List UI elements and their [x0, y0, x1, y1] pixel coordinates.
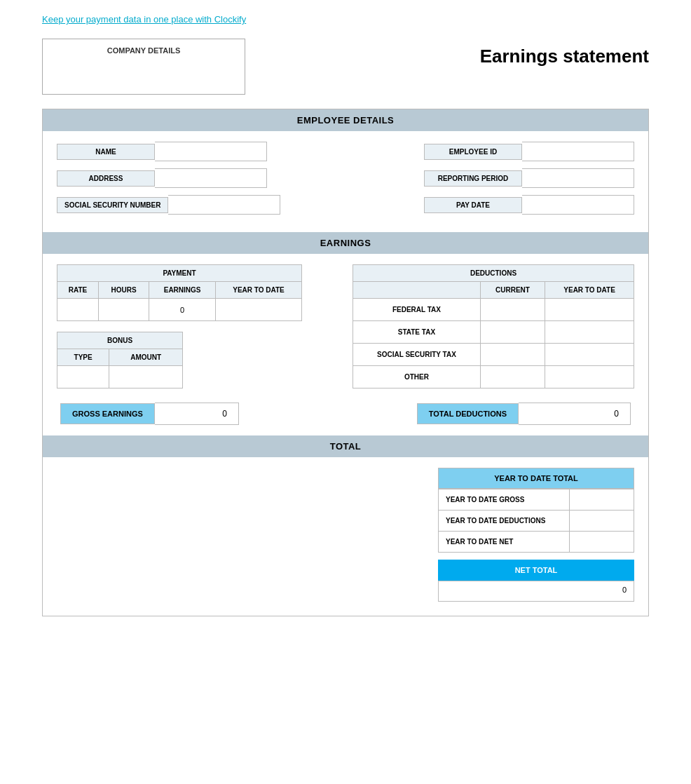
payment-table: PAYMENT RATE HOURS EARNINGS YEAR TO DATE [57, 264, 302, 321]
bonus-row [57, 366, 183, 388]
ssn-label: SOCIAL SECURITY NUMBER [57, 197, 168, 213]
deductions-col-label [353, 282, 481, 299]
payment-col-earnings: EARNINGS [149, 282, 216, 299]
ytd-container: YEAR TO DATE TOTAL YEAR TO DATE GROSS YE… [57, 468, 634, 602]
ssn-input[interactable] [168, 195, 280, 215]
deduction-row-state: STATE TAX [353, 321, 634, 344]
payment-col-ytd: YEAR TO DATE [216, 282, 302, 299]
main-container: EMPLOYEE DETAILS NAME EMPLOYEE ID ADDRES… [42, 109, 649, 616]
address-field-group: ADDRESS [57, 168, 267, 188]
pay-date-label: PAY DATE [424, 197, 522, 213]
clockify-link[interactable]: Keep your payment data in one place with… [42, 14, 246, 25]
ss-tax-current[interactable] [480, 344, 545, 366]
name-label: NAME [57, 144, 155, 160]
name-input[interactable] [155, 142, 267, 161]
company-label: COMPANY DETAILS [50, 46, 238, 55]
net-total-value[interactable]: 0 [438, 581, 634, 602]
deduction-row-ss: SOCIAL SECURITY TAX [353, 344, 634, 366]
earnings-section: PAYMENT RATE HOURS EARNINGS YEAR TO DATE [43, 254, 648, 435]
federal-tax-label: FEDERAL TAX [353, 299, 481, 321]
deductions-col-ytd: YEAR TO DATE [545, 282, 634, 299]
state-tax-ytd[interactable] [545, 321, 634, 344]
payment-col-rate: RATE [57, 282, 99, 299]
payment-earnings[interactable]: 0 [149, 299, 216, 321]
other-tax-current[interactable] [480, 366, 545, 388]
net-total-header: NET TOTAL [438, 560, 634, 581]
payment-header: PAYMENT [57, 265, 302, 282]
address-label: ADDRESS [57, 170, 155, 187]
company-box: COMPANY DETAILS [42, 39, 245, 95]
pay-date-field-group: PAY DATE [424, 195, 634, 215]
state-tax-current[interactable] [480, 321, 545, 344]
bonus-amount[interactable] [109, 366, 183, 388]
employee-section: NAME EMPLOYEE ID ADDRESS REPORTING PERIO… [43, 131, 648, 232]
ytd-table-wrapper: YEAR TO DATE TOTAL YEAR TO DATE GROSS YE… [438, 468, 634, 602]
total-section: YEAR TO DATE TOTAL YEAR TO DATE GROSS YE… [43, 457, 648, 616]
other-tax-label: OTHER [353, 366, 481, 388]
other-tax-ytd[interactable] [545, 366, 634, 388]
top-link-area: Keep your payment data in one place with… [0, 0, 691, 39]
employee-id-input[interactable] [522, 142, 634, 161]
bonus-col-amount: AMOUNT [109, 349, 183, 366]
deduction-row-other: OTHER [353, 366, 634, 388]
payment-ytd[interactable] [216, 299, 302, 321]
bonus-col-type: TYPE [57, 349, 109, 366]
reporting-period-label: REPORTING PERIOD [424, 170, 522, 187]
ytd-deductions-label: YEAR TO DATE DEDUCTIONS [439, 511, 570, 532]
ytd-gross-row: YEAR TO DATE GROSS [439, 489, 634, 511]
earnings-inner: PAYMENT RATE HOURS EARNINGS YEAR TO DATE [57, 264, 634, 388]
ytd-gross-value[interactable] [570, 489, 634, 511]
ytd-deductions-value[interactable] [570, 511, 634, 532]
reporting-period-input[interactable] [522, 168, 634, 188]
ss-tax-label: SOCIAL SECURITY TAX [353, 344, 481, 366]
bonus-table: BONUS TYPE AMOUNT [57, 332, 183, 388]
gross-earnings-box: GROSS EARNINGS 0 [60, 403, 239, 425]
address-input[interactable] [155, 168, 267, 188]
ytd-deductions-row: YEAR TO DATE DEDUCTIONS [439, 511, 634, 532]
payment-row: 0 [57, 299, 302, 321]
ytd-header: YEAR TO DATE TOTAL [438, 468, 634, 489]
name-field-group: NAME [57, 142, 267, 161]
federal-tax-current[interactable] [480, 299, 545, 321]
pay-date-input[interactable] [522, 195, 634, 215]
fields-row-3: SOCIAL SECURITY NUMBER PAY DATE [57, 195, 634, 215]
payment-col-hours: HOURS [99, 282, 149, 299]
deductions-table: DEDUCTIONS CURRENT YEAR TO DATE FEDERAL … [353, 264, 634, 388]
total-deductions-box: TOTAL DEDUCTIONS 0 [417, 403, 631, 425]
deductions-area: DEDUCTIONS CURRENT YEAR TO DATE FEDERAL … [353, 264, 634, 388]
federal-tax-ytd[interactable] [545, 299, 634, 321]
total-section-header: TOTAL [43, 435, 648, 457]
gross-earnings-value[interactable]: 0 [155, 403, 239, 425]
employee-details-header: EMPLOYEE DETAILS [43, 109, 648, 131]
totals-row: GROSS EARNINGS 0 TOTAL DEDUCTIONS 0 [57, 403, 634, 425]
ytd-net-row: YEAR TO DATE NET [439, 532, 634, 553]
payment-hours[interactable] [99, 299, 149, 321]
ss-tax-ytd[interactable] [545, 344, 634, 366]
earnings-header: EARNINGS [43, 232, 648, 254]
page-container: COMPANY DETAILS Earnings statement EMPLO… [0, 39, 691, 644]
employee-id-field-group: EMPLOYEE ID [424, 142, 634, 161]
deductions-col-current: CURRENT [480, 282, 545, 299]
payment-rate[interactable] [57, 299, 99, 321]
fields-row-2: ADDRESS REPORTING PERIOD [57, 168, 634, 188]
ytd-gross-label: YEAR TO DATE GROSS [439, 489, 570, 511]
deduction-row-federal: FEDERAL TAX [353, 299, 634, 321]
header-row: COMPANY DETAILS Earnings statement [42, 39, 649, 95]
ytd-table: YEAR TO DATE GROSS YEAR TO DATE DEDUCTIO… [438, 489, 634, 553]
bonus-header: BONUS [57, 332, 183, 349]
ssn-field-group: SOCIAL SECURITY NUMBER [57, 195, 280, 215]
total-deductions-value[interactable]: 0 [519, 403, 631, 425]
deductions-header: DEDUCTIONS [353, 265, 634, 282]
fields-row-1: NAME EMPLOYEE ID [57, 142, 634, 161]
employee-id-label: EMPLOYEE ID [424, 144, 522, 160]
left-col: PAYMENT RATE HOURS EARNINGS YEAR TO DATE [57, 264, 338, 388]
total-deductions-label: TOTAL DEDUCTIONS [417, 403, 519, 424]
ytd-net-label: YEAR TO DATE NET [439, 532, 570, 553]
reporting-period-field-group: REPORTING PERIOD [424, 168, 634, 188]
page-title: Earnings statement [480, 46, 649, 67]
bonus-type[interactable] [57, 366, 109, 388]
gross-earnings-label: GROSS EARNINGS [60, 403, 155, 424]
state-tax-label: STATE TAX [353, 321, 481, 344]
ytd-net-value[interactable] [570, 532, 634, 553]
